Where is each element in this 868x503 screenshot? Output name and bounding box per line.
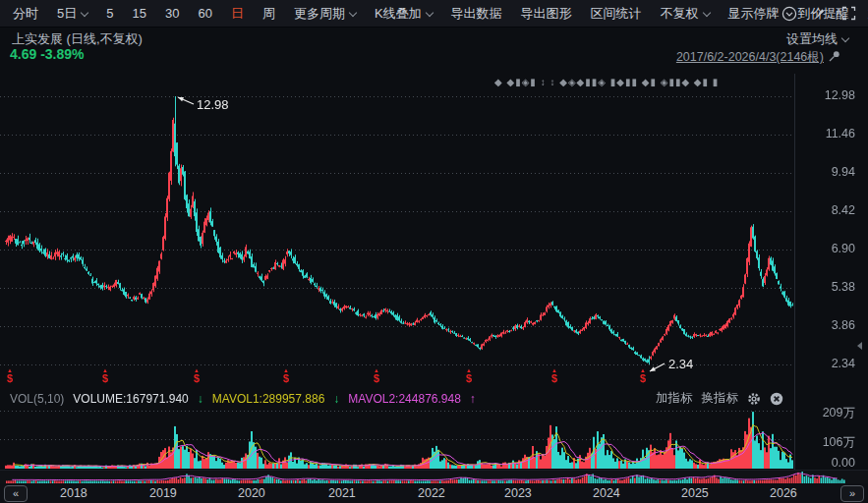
volume-chart-canvas[interactable]	[0, 407, 794, 470]
toolbar: 分时5日5153060日周更多周期K线叠加导出数据导出图形区间统计不复权显示停牌…	[0, 0, 868, 28]
minimap-scrollbar-canvas[interactable]	[0, 470, 868, 484]
price-change: -3.89%	[40, 46, 84, 62]
toolbar-item-five-day[interactable]: 5日	[57, 5, 87, 23]
toolbar-item-period-week[interactable]: 周	[262, 5, 275, 23]
price-tick-label: 5.38	[832, 280, 855, 294]
toolbar-item-no-adjust[interactable]: 不复权	[661, 5, 710, 23]
price-tick-label: 3.86	[832, 318, 855, 332]
mavol1-value: MAVOL1:289957.886	[212, 392, 325, 406]
dividend-dollar-icon: $	[547, 373, 562, 383]
toolbar-item-period-day[interactable]: 日	[231, 5, 244, 23]
dividend-marker[interactable]: ▲$	[369, 368, 384, 383]
price-value: 4.69	[10, 46, 36, 62]
price-tick-label: 8.42	[832, 203, 855, 217]
dividend-dollar-icon: $	[2, 373, 18, 383]
toolbar-item-period-15[interactable]: 15	[132, 6, 145, 21]
current-price: 4.69 -3.89%	[10, 46, 85, 62]
volume-value: VOLUME:167971.940	[73, 392, 188, 406]
toolbar-item-period-30[interactable]: 30	[165, 6, 179, 21]
scroll-left-button[interactable]: «	[4, 485, 28, 502]
time-axis: « 201820192020202120222023202420252026 »	[0, 483, 868, 503]
price-tick-label: 12.98	[825, 88, 855, 102]
year-label: 2022	[418, 486, 445, 500]
add-indicator-button[interactable]: 加指标	[656, 390, 693, 407]
pane-resize-handle[interactable]	[857, 342, 862, 350]
year-label: 2025	[681, 486, 709, 500]
volume-tools: 加指标 换指标	[656, 390, 783, 407]
vol-indicator-name[interactable]: VOL(5,10)	[10, 392, 64, 406]
mavol2-value: MAVOL2:244876.948	[348, 392, 461, 406]
chevron-down-icon	[702, 8, 710, 16]
dividend-marker[interactable]: ▲$	[278, 368, 294, 383]
toolbar-item-export-data[interactable]: 导出数据	[451, 5, 502, 23]
up-arrow-icon: ↑	[470, 392, 476, 406]
volume-tick-label: 209万	[823, 405, 855, 421]
toolbar-item-show-suspended[interactable]: 显示停牌	[728, 5, 780, 23]
toolbar-item-minute[interactable]: 分时	[13, 5, 38, 23]
dividend-dollar-icon: $	[369, 373, 384, 383]
axis-divider	[794, 74, 795, 470]
collapse-circle-icon[interactable]	[781, 6, 797, 22]
dividend-marker[interactable]: ▲$	[635, 368, 651, 383]
year-label: 2021	[328, 486, 356, 500]
down-arrow-icon: ↓	[198, 392, 203, 406]
dividend-dollar-icon: $	[97, 373, 113, 383]
toolbar-item-period-60[interactable]: 60	[198, 6, 211, 21]
dividend-marker[interactable]: ▲$	[97, 368, 113, 383]
dividend-dollar-icon: $	[189, 373, 204, 383]
dividend-dollar-icon: $	[635, 373, 651, 383]
dividend-dollar-icon: $	[461, 373, 477, 383]
chevron-down-icon	[81, 8, 88, 16]
switch-indicator-button[interactable]: 换指标	[702, 390, 739, 407]
toolbar-item-period-5[interactable]: 5	[106, 6, 113, 21]
toolbar-item-range-stats[interactable]: 区间统计	[591, 5, 642, 23]
dividend-marker[interactable]: ▲$	[547, 368, 562, 383]
close-icon[interactable]	[770, 392, 783, 406]
volume-indicator-header: VOL(5,10) VOLUME:167971.940 ↓ MAVOL1:289…	[10, 391, 476, 406]
dividend-marker[interactable]: ▲$	[189, 368, 204, 383]
down-arrow-icon: ↓	[333, 392, 339, 406]
scroll-right-button[interactable]: »	[840, 485, 864, 502]
chevron-down-icon	[425, 8, 433, 16]
stock-chart-app: 分时5日5153060日周更多周期K线叠加导出数据导出图形区间统计不复权显示停牌…	[0, 0, 868, 503]
price-tick-label: 9.94	[832, 165, 855, 179]
year-label: 2019	[149, 486, 177, 500]
volume-tick-label: 106万	[823, 434, 855, 451]
toolbar-item-more-periods[interactable]: 更多周期	[294, 5, 356, 23]
toolbar-item-export-image[interactable]: 导出图形	[521, 5, 572, 23]
chevron-down-icon	[349, 8, 357, 16]
year-label: 2024	[593, 486, 620, 500]
price-chart-canvas[interactable]	[0, 74, 794, 387]
volume-tick-label: 0.00	[832, 456, 855, 470]
toolbar-period-group: 分时5日5153060日周更多周期K线叠加导出数据导出图形区间统计不复权显示停牌…	[0, 5, 781, 23]
price-axis: 12.9811.469.948.426.905.383.862.34209万10…	[796, 0, 861, 503]
gear-icon[interactable]	[747, 392, 761, 406]
year-label: 2018	[60, 486, 87, 500]
year-label: 2020	[238, 486, 265, 500]
price-tick-label: 11.46	[826, 127, 855, 140]
dividend-dollar-icon: $	[278, 373, 294, 383]
year-label: 2026	[770, 486, 797, 500]
dividend-marker[interactable]: ▲$	[2, 368, 18, 383]
price-tick-label: 2.34	[832, 357, 855, 370]
price-tick-label: 6.90	[832, 242, 855, 255]
toolbar-item-kline-overlay[interactable]: K线叠加	[375, 5, 433, 23]
dividend-marker[interactable]: ▲$	[461, 368, 477, 383]
year-label: 2023	[504, 486, 532, 500]
